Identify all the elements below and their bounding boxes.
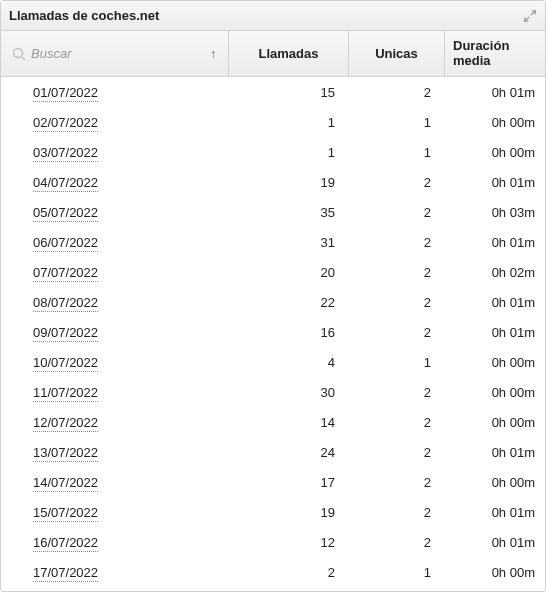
cell-unicas: 2 [349, 415, 445, 430]
header-llamadas[interactable]: Llamadas [229, 31, 349, 76]
table-row: 10/07/2022410h 00m [1, 347, 545, 377]
table-header: ↑ Llamadas Unicas Duración media [1, 31, 545, 77]
cell-date[interactable]: 11/07/2022 [1, 385, 229, 400]
cell-unicas: 2 [349, 265, 445, 280]
cell-duracion: 0h 01m [445, 445, 545, 460]
cell-date[interactable]: 08/07/2022 [1, 295, 229, 310]
cell-duracion: 0h 00m [445, 145, 545, 160]
cell-date[interactable]: 01/07/2022 [1, 85, 229, 100]
cell-llamadas: 19 [229, 175, 349, 190]
table-row: 11/07/20223020h 00m [1, 377, 545, 407]
table-body[interactable]: 01/07/20221520h 01m02/07/2022110h 00m03/… [1, 77, 545, 591]
table-row: 05/07/20223520h 03m [1, 197, 545, 227]
cell-llamadas: 24 [229, 445, 349, 460]
cell-duracion: 0h 00m [445, 415, 545, 430]
table-row: 13/07/20222420h 01m [1, 437, 545, 467]
cell-llamadas: 15 [229, 85, 349, 100]
header-unicas[interactable]: Unicas [349, 31, 445, 76]
cell-llamadas: 4 [229, 355, 349, 370]
search-icon [11, 46, 27, 62]
expand-icon[interactable] [523, 9, 537, 23]
table-row: 03/07/2022110h 00m [1, 137, 545, 167]
table-row: 04/07/20221920h 01m [1, 167, 545, 197]
cell-date[interactable]: 02/07/2022 [1, 115, 229, 130]
table-row: 17/07/2022210h 00m [1, 557, 545, 587]
cell-duracion: 0h 01m [445, 295, 545, 310]
cell-duracion: 0h 00m [445, 385, 545, 400]
cell-date[interactable]: 12/07/2022 [1, 415, 229, 430]
cell-date[interactable]: 10/07/2022 [1, 355, 229, 370]
table-row: 07/07/20222020h 02m [1, 257, 545, 287]
cell-duracion: 0h 03m [445, 205, 545, 220]
table-row: 14/07/20221720h 00m [1, 467, 545, 497]
cell-llamadas: 16 [229, 325, 349, 340]
cell-date[interactable]: 05/07/2022 [1, 205, 229, 220]
header-search-cell: ↑ [1, 31, 229, 76]
cell-unicas: 2 [349, 505, 445, 520]
cell-unicas: 2 [349, 175, 445, 190]
cell-unicas: 2 [349, 295, 445, 310]
cell-date[interactable]: 09/07/2022 [1, 325, 229, 340]
table-row: 08/07/20222220h 01m [1, 287, 545, 317]
search-wrap [11, 46, 210, 62]
cell-date[interactable]: 03/07/2022 [1, 145, 229, 160]
cell-unicas: 1 [349, 115, 445, 130]
cell-llamadas: 31 [229, 235, 349, 250]
cell-llamadas: 12 [229, 535, 349, 550]
cell-unicas: 2 [349, 85, 445, 100]
cell-llamadas: 22 [229, 295, 349, 310]
cell-unicas: 2 [349, 205, 445, 220]
cell-date[interactable]: 14/07/2022 [1, 475, 229, 490]
cell-duracion: 0h 00m [445, 115, 545, 130]
cell-duracion: 0h 00m [445, 475, 545, 490]
cell-unicas: 1 [349, 355, 445, 370]
cell-duracion: 0h 01m [445, 235, 545, 250]
cell-llamadas: 35 [229, 205, 349, 220]
cell-llamadas: 20 [229, 265, 349, 280]
cell-date[interactable]: 15/07/2022 [1, 505, 229, 520]
cell-llamadas: 14 [229, 415, 349, 430]
cell-date[interactable]: 07/07/2022 [1, 265, 229, 280]
table-row: 06/07/20223120h 01m [1, 227, 545, 257]
cell-date[interactable]: 16/07/2022 [1, 535, 229, 550]
cell-llamadas: 19 [229, 505, 349, 520]
cell-unicas: 2 [349, 445, 445, 460]
panel: Llamadas de coches.net ↑ Llamadas Unicas… [0, 0, 546, 592]
cell-duracion: 0h 01m [445, 505, 545, 520]
panel-title: Llamadas de coches.net [9, 8, 523, 23]
cell-unicas: 2 [349, 385, 445, 400]
header-duracion[interactable]: Duración media [445, 31, 545, 76]
table-row: 09/07/20221620h 01m [1, 317, 545, 347]
cell-llamadas: 17 [229, 475, 349, 490]
cell-unicas: 2 [349, 535, 445, 550]
table-row: 01/07/20221520h 01m [1, 77, 545, 107]
table-row: 12/07/20221420h 00m [1, 407, 545, 437]
cell-duracion: 0h 01m [445, 175, 545, 190]
cell-unicas: 2 [349, 325, 445, 340]
cell-unicas: 2 [349, 235, 445, 250]
table-row: 16/07/20221220h 01m [1, 527, 545, 557]
cell-duracion: 0h 02m [445, 265, 545, 280]
cell-duracion: 0h 01m [445, 85, 545, 100]
cell-llamadas: 30 [229, 385, 349, 400]
cell-unicas: 2 [349, 475, 445, 490]
table-row: 15/07/20221920h 01m [1, 497, 545, 527]
titlebar: Llamadas de coches.net [1, 1, 545, 31]
cell-duracion: 0h 01m [445, 325, 545, 340]
cell-llamadas: 1 [229, 115, 349, 130]
cell-llamadas: 1 [229, 145, 349, 160]
cell-llamadas: 2 [229, 565, 349, 580]
cell-date[interactable]: 06/07/2022 [1, 235, 229, 250]
sort-asc-icon[interactable]: ↑ [210, 47, 218, 61]
search-input[interactable] [31, 46, 210, 61]
cell-date[interactable]: 17/07/2022 [1, 565, 229, 580]
svg-point-0 [14, 48, 23, 57]
cell-duracion: 0h 00m [445, 565, 545, 580]
cell-unicas: 1 [349, 565, 445, 580]
cell-duracion: 0h 00m [445, 355, 545, 370]
table-row: 02/07/2022110h 00m [1, 107, 545, 137]
cell-date[interactable]: 04/07/2022 [1, 175, 229, 190]
cell-date[interactable]: 13/07/2022 [1, 445, 229, 460]
cell-unicas: 1 [349, 145, 445, 160]
cell-duracion: 0h 01m [445, 535, 545, 550]
